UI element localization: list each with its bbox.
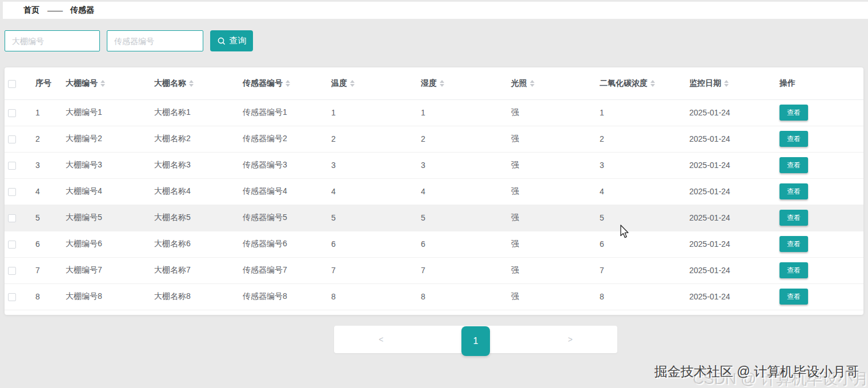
view-button[interactable]: 查看 (779, 262, 808, 278)
row-checkbox-cell (5, 205, 31, 231)
sort-icon[interactable] (440, 80, 444, 87)
cell-action: 查看 (775, 99, 863, 126)
cell-light: 强 (507, 231, 595, 257)
cell-index: 8 (31, 283, 61, 310)
query-button[interactable]: 查询 (210, 30, 253, 51)
column-header[interactable]: 大棚编号 (61, 67, 150, 99)
sort-icon[interactable] (286, 80, 290, 87)
cell-light: 强 (507, 126, 595, 152)
row-checkbox[interactable] (8, 109, 16, 117)
column-header[interactable]: 光照 (507, 67, 595, 99)
pagination-next-button[interactable]: > (557, 326, 584, 353)
view-button[interactable]: 查看 (779, 210, 808, 226)
sort-icon[interactable] (650, 80, 655, 87)
select-all-checkbox[interactable] (8, 80, 16, 88)
column-header-label: 监控日期 (689, 78, 721, 87)
sensor-table: 序号大棚编号大棚名称传感器编号温度湿度光照二氧化碳浓度监控日期操作 1大棚编号1… (5, 67, 863, 310)
table-row: 7大棚编号7大棚名称7传感器编号777强72025-01-24查看 (5, 257, 863, 283)
cell-humidity: 5 (416, 205, 507, 231)
select-all-header-cell (5, 67, 31, 99)
breadcrumb: 首页 —— 传感器 (3, 2, 868, 19)
cell-light: 强 (507, 205, 595, 231)
cell-temperature: 4 (327, 178, 416, 205)
column-header[interactable]: 监控日期 (685, 67, 775, 99)
cell-greenhouse_id: 大棚编号1 (61, 99, 150, 126)
cell-co2: 6 (595, 231, 685, 257)
sort-icon[interactable] (101, 80, 105, 87)
view-button[interactable]: 查看 (779, 183, 808, 199)
breadcrumb-home[interactable]: 首页 (23, 5, 39, 15)
cell-date: 2025-01-24 (685, 152, 775, 178)
pagination-prev-button[interactable]: < (367, 326, 395, 353)
cell-action: 查看 (775, 231, 863, 257)
sensor-id-input[interactable] (107, 30, 203, 51)
cell-sensor_id: 传感器编号1 (238, 99, 327, 126)
breadcrumb-separator: —— (47, 6, 62, 15)
sort-icon[interactable] (189, 80, 194, 87)
row-checkbox-cell (5, 257, 31, 283)
cell-co2: 4 (595, 178, 685, 205)
cell-date: 2025-01-24 (685, 178, 775, 205)
cell-greenhouse_name: 大棚名称1 (150, 99, 238, 126)
cell-light: 强 (507, 283, 595, 310)
cell-sensor_id: 传感器编号3 (238, 152, 327, 178)
row-checkbox[interactable] (8, 241, 16, 249)
column-header-label: 大棚名称 (154, 78, 186, 87)
cell-greenhouse_id: 大棚编号3 (61, 152, 150, 178)
cell-temperature: 7 (327, 257, 416, 283)
view-button[interactable]: 查看 (779, 236, 808, 252)
row-checkbox[interactable] (8, 188, 16, 196)
cell-action: 查看 (775, 257, 863, 283)
column-header[interactable]: 二氧化碳浓度 (595, 67, 685, 99)
cell-index: 3 (31, 152, 61, 178)
sort-icon[interactable] (530, 80, 535, 87)
view-button[interactable]: 查看 (779, 289, 808, 305)
sensor-table-card: 序号大棚编号大棚名称传感器编号温度湿度光照二氧化碳浓度监控日期操作 1大棚编号1… (5, 67, 863, 315)
greenhouse-id-input[interactable] (5, 30, 100, 51)
cell-temperature: 5 (327, 205, 416, 231)
sort-icon[interactable] (350, 80, 355, 87)
row-checkbox[interactable] (8, 293, 16, 301)
column-header[interactable]: 传感器编号 (238, 67, 327, 99)
row-checkbox[interactable] (8, 267, 16, 275)
search-bar: 查询 (5, 30, 253, 51)
column-header[interactable]: 大棚名称 (150, 67, 238, 99)
cell-greenhouse_name: 大棚名称3 (150, 152, 238, 178)
pagination-page-1-button[interactable]: 1 (461, 326, 490, 356)
row-checkbox[interactable] (8, 135, 16, 143)
cell-humidity: 3 (416, 152, 507, 178)
row-checkbox-cell (5, 152, 31, 178)
column-header-label: 光照 (511, 78, 527, 87)
cell-light: 强 (507, 152, 595, 178)
cell-index: 1 (31, 99, 61, 126)
cell-temperature: 8 (327, 283, 416, 310)
sort-icon[interactable] (724, 80, 729, 87)
cell-date: 2025-01-24 (685, 231, 775, 257)
cell-greenhouse_id: 大棚编号4 (61, 178, 150, 205)
cell-temperature: 2 (327, 126, 416, 152)
cell-index: 5 (31, 205, 61, 231)
cell-humidity: 4 (416, 178, 507, 205)
table-row: 4大棚编号4大棚名称4传感器编号444强42025-01-24查看 (5, 178, 863, 205)
column-header[interactable]: 温度 (327, 67, 416, 99)
cell-sensor_id: 传感器编号6 (238, 231, 327, 257)
cell-index: 7 (31, 257, 61, 283)
column-header-label: 传感器编号 (243, 78, 283, 87)
view-button[interactable]: 查看 (779, 131, 808, 147)
row-checkbox[interactable] (8, 162, 16, 170)
cell-co2: 8 (595, 283, 685, 310)
column-header: 序号 (31, 67, 61, 99)
view-button[interactable]: 查看 (779, 105, 808, 121)
cell-sensor_id: 传感器编号7 (238, 257, 327, 283)
cell-action: 查看 (775, 126, 863, 152)
breadcrumb-current: 传感器 (70, 5, 94, 15)
column-header[interactable]: 湿度 (416, 67, 507, 99)
cell-date: 2025-01-24 (685, 257, 775, 283)
cell-humidity: 8 (416, 283, 507, 310)
column-header-label: 操作 (779, 78, 795, 87)
cell-temperature: 1 (327, 99, 416, 126)
row-checkbox[interactable] (8, 214, 16, 222)
view-button[interactable]: 查看 (779, 157, 808, 173)
cell-co2: 3 (595, 152, 685, 178)
row-checkbox-cell (5, 283, 31, 310)
